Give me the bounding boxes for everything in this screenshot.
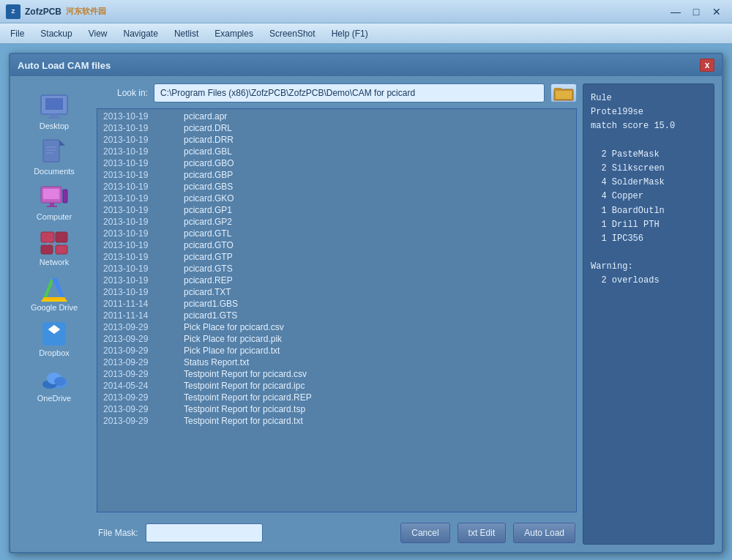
svg-rect-17 [41, 245, 53, 254]
menu-examples[interactable]: Examples [207, 26, 261, 41]
table-row[interactable]: 2013-10-19pcicard.DRR [97, 134, 576, 146]
sidebar-item-dropbox[interactable]: Dropbox [21, 318, 87, 360]
file-name: pcicard.apr [184, 111, 227, 122]
file-date: 2013-10-19 [103, 240, 169, 250]
file-date: 2013-10-19 [103, 146, 169, 157]
table-row[interactable]: 2013-09-29Testpoint Report for pcicard.t… [97, 415, 576, 427]
table-row[interactable]: 2013-10-19pcicard.GTS [97, 263, 576, 275]
sidebar-label-google-drive: Google Drive [31, 303, 78, 312]
menu-screenshot[interactable]: ScreenShot [262, 26, 323, 41]
svg-rect-12 [50, 203, 54, 206]
table-row[interactable]: 2013-09-29Pick Place for pcicard.csv [97, 321, 576, 333]
table-row[interactable]: 2013-10-19pcicard.GKO [97, 193, 576, 204]
menu-stackup[interactable]: Stackup [33, 26, 79, 41]
file-date: 2013-10-19 [103, 217, 169, 227]
svg-rect-2 [50, 114, 59, 117]
network-icon [40, 230, 69, 256]
dialog-title-label: Auto Load CAM files [18, 60, 111, 71]
close-button[interactable]: ✕ [707, 4, 726, 19]
table-row[interactable]: 2014-05-24Testpoint Report for pcicard.i… [97, 380, 576, 392]
table-row[interactable]: 2013-10-19pcicard.GBP [97, 169, 576, 181]
content-area: Look in: 2013-10-19pcicard.apr2013-10-19… [97, 83, 577, 545]
file-date: 2013-10-19 [103, 123, 169, 133]
table-row[interactable]: 2013-10-19pcicard.DRL [97, 122, 576, 134]
table-row[interactable]: 2013-10-19pcicard.GTO [97, 239, 576, 251]
table-row[interactable]: 2013-09-29Pick Place for pcicard.txt [97, 345, 576, 356]
table-row[interactable]: 2013-09-29Status Report.txt [97, 356, 576, 368]
file-mask-label: File Mask: [98, 528, 138, 538]
sidebar-item-computer[interactable]: Computer [21, 182, 87, 224]
svg-marker-5 [59, 140, 65, 146]
look-in-input[interactable] [154, 83, 545, 102]
browse-button[interactable] [550, 83, 577, 102]
menu-view[interactable]: View [81, 26, 115, 41]
table-row[interactable]: 2011-11-14pcicard1.GBS [97, 298, 576, 310]
onedrive-icon [40, 366, 69, 392]
file-date: 2013-10-19 [103, 158, 169, 168]
look-in-row: Look in: [97, 83, 577, 102]
file-list[interactable]: 2013-10-19pcicard.apr2013-10-19pcicard.D… [97, 109, 576, 512]
sidebar-item-desktop[interactable]: Desktop [21, 91, 87, 133]
title-bar-left: Z ZofzPCB 河东软件园 [6, 4, 666, 19]
table-row[interactable]: 2013-10-19pcicard.GP1 [97, 204, 576, 216]
table-row[interactable]: 2013-10-19pcicard.GP2 [97, 216, 576, 228]
cancel-button[interactable]: Cancel [400, 523, 449, 543]
sidebar-item-google-drive[interactable]: Google Drive [21, 272, 87, 315]
file-date: 2013-10-19 [103, 170, 169, 180]
table-row[interactable]: 2013-10-19pcicard.GTP [97, 251, 576, 263]
file-name: pcicard.GBO [184, 158, 234, 168]
table-row[interactable]: 2013-10-19pcicard.GTL [97, 228, 576, 239]
minimize-button[interactable]: — [666, 4, 685, 19]
table-row[interactable]: 2013-09-29Testpoint Report for pcicard.c… [97, 368, 576, 380]
look-in-label: Look in: [97, 88, 148, 98]
file-date: 2013-10-19 [103, 135, 169, 145]
sidebar-item-network[interactable]: Network [21, 227, 87, 269]
svg-rect-15 [41, 232, 54, 242]
sidebar-item-documents[interactable]: Documents [21, 136, 87, 179]
file-date: 2013-10-19 [103, 111, 169, 122]
file-name: pcicard.GP2 [184, 217, 232, 227]
file-mask-input[interactable] [146, 523, 263, 542]
google-drive-icon [40, 275, 69, 302]
txt-edit-button[interactable]: txt Edit [458, 523, 507, 543]
table-row[interactable]: 2011-11-14pcicard1.GTS [97, 310, 576, 321]
file-date: 2013-10-19 [103, 287, 169, 297]
sidebar-label-documents: Documents [34, 167, 75, 176]
table-row[interactable]: 2013-10-19pcicard.REP [97, 275, 576, 286]
svg-line-21 [47, 242, 48, 245]
svg-rect-1 [45, 98, 63, 110]
svg-marker-28 [42, 297, 66, 300]
file-name: pcicard.GBL [184, 146, 232, 157]
file-name: pcicard.REP [184, 275, 233, 285]
table-row[interactable]: 2013-10-19pcicard.GBL [97, 146, 576, 157]
file-date: 2013-09-29 [103, 404, 169, 414]
file-name: pcicard.TXT [184, 287, 231, 297]
file-name: Testpoint Report for pcicard.ipc [184, 381, 305, 391]
svg-line-19 [48, 242, 54, 245]
table-row[interactable]: 2013-10-19pcicard.TXT [97, 286, 576, 298]
maximize-button[interactable]: □ [687, 4, 706, 19]
svg-rect-11 [43, 189, 59, 199]
dialog-title-bar: Auto Load CAM files x [10, 54, 722, 76]
file-name: Status Report.txt [184, 357, 249, 367]
table-row[interactable]: 2013-10-19pcicard.GBO [97, 157, 576, 169]
table-row[interactable]: 2013-09-29Pick Place for pcicard.pik [97, 333, 576, 345]
file-name: Testpoint Report for pcicard.REP [184, 392, 312, 403]
sidebar-item-onedrive[interactable]: OneDrive [21, 363, 87, 406]
menu-navigate[interactable]: Navigate [116, 26, 165, 41]
dialog-close-button[interactable]: x [700, 59, 714, 72]
menu-netlist[interactable]: Netlist [167, 26, 206, 41]
watermark: 河东软件园 [66, 6, 106, 17]
auto-load-button[interactable]: Auto Load [513, 523, 575, 543]
file-date: 2014-05-24 [103, 381, 169, 391]
table-row[interactable]: 2013-10-19pcicard.GBS [97, 181, 576, 193]
sidebar-label-computer: Computer [37, 212, 72, 221]
table-row[interactable]: 2013-10-19pcicard.apr [97, 111, 576, 122]
sidebar-label-desktop: Desktop [40, 122, 69, 130]
menu-file[interactable]: File [3, 26, 31, 41]
menu-help[interactable]: Help (F1) [324, 26, 376, 41]
table-row[interactable]: 2013-09-29Testpoint Report for pcicard.t… [97, 403, 576, 415]
file-name: pcicard.GTS [184, 264, 233, 274]
file-list-container: 2013-10-19pcicard.apr2013-10-19pcicard.D… [97, 108, 577, 512]
table-row[interactable]: 2013-09-29Testpoint Report for pcicard.R… [97, 392, 576, 403]
